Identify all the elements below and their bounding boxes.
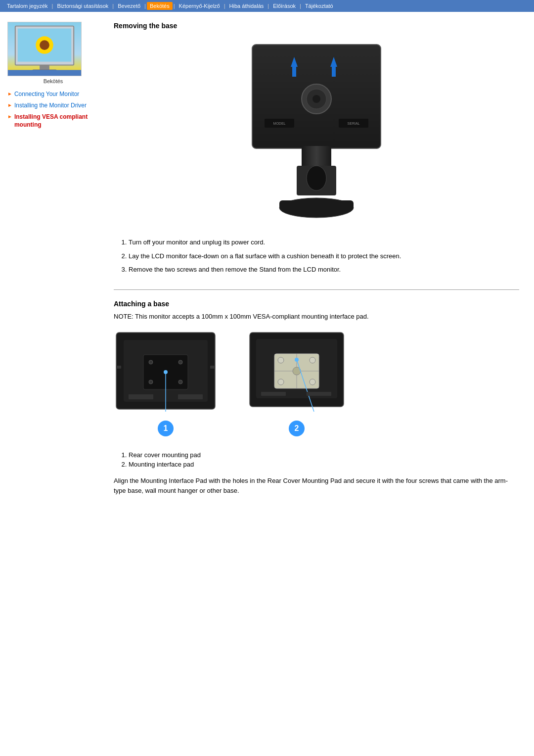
top-navigation: Tartalom jegyzék | Biztonsági utasítások… [0,0,534,12]
svg-text:MODEL: MODEL [273,122,286,125]
instruction-1: Turn off your monitor and unplug its pow… [129,237,519,247]
svg-point-47 [295,358,299,362]
main-layout: Bekötés ► Connecting Your Monitor ► Inst… [0,12,534,511]
instructions-list-1: Turn off your monitor and unplug its pow… [129,237,519,275]
nav-item-bevezeto[interactable]: Bevezető [115,2,143,10]
svg-rect-49 [307,392,331,396]
svg-point-27 [178,360,182,364]
vesa-image-2 [247,330,346,417]
nav-sep-3: | [143,3,147,9]
nav-sep-2: | [111,3,115,9]
nav-item-eloirasok[interactable]: Előírások [270,2,299,10]
svg-point-44 [310,379,315,385]
nav-sep-7: | [299,3,302,9]
svg-point-41 [278,357,284,363]
monitor-back-container: MODEL SERIAL [114,40,519,223]
svg-point-28 [149,380,153,384]
note-text: NOTE: This monitor accepts a 100mm x 100… [114,313,519,320]
sidebar-link-connecting[interactable]: Connecting Your Monitor [14,90,79,98]
section2-title: Attaching a base [114,300,519,308]
svg-rect-34 [116,366,121,369]
sidebar-link-item-2: ► Installing the Monitor Driver [7,101,99,110]
vesa-images-container: 1 [114,330,519,436]
nav-item-kepernyo[interactable]: Képernyő-Kijelző [176,2,223,10]
svg-point-4 [40,40,49,50]
sidebar-image-svg [8,22,81,76]
instruction-3: Remove the two screws and then remove th… [129,265,519,275]
nav-item-tartalom[interactable]: Tartalom jegyzék [4,2,51,10]
svg-point-31 [164,370,168,374]
vesa-item-2: Mounting interface pad [129,461,519,468]
vesa-item-1: Rear cover mounting pad [129,451,519,459]
vesa-items-list: Rear cover mounting pad Mounting interfa… [129,451,519,468]
vesa-image-1 [114,330,218,417]
svg-rect-35 [210,366,215,369]
badge-2: 2 [289,421,305,436]
svg-rect-7 [8,70,81,76]
sidebar-link-item-3: ► Installing VESA compliant mounting [7,113,99,130]
sidebar-link-item-1: ► Connecting Your Monitor [7,90,99,98]
svg-rect-32 [129,394,153,399]
svg-rect-20 [279,200,354,210]
sidebar: Bekötés ► Connecting Your Monitor ► Inst… [0,17,104,506]
vesa-image-1-wrapper: 1 [114,330,218,436]
nav-sep-1: | [51,3,54,9]
arrow-icon-3: ► [7,114,12,119]
sidebar-monitor-image [7,22,82,76]
arrow-icon-1: ► [7,91,12,96]
instruction-2: Lay the LCD monitor face-down on a flat … [129,251,519,261]
nav-sep-5: | [223,3,226,9]
svg-rect-33 [178,394,203,399]
svg-point-15 [312,95,320,103]
svg-point-26 [149,360,153,364]
monitor-back-image: MODEL SERIAL [237,40,396,223]
vesa-image-2-wrapper: 2 [247,330,346,436]
sidebar-link-installing-driver[interactable]: Installing the Monitor Driver [14,101,87,110]
svg-rect-5 [40,65,49,70]
svg-rect-48 [261,392,286,396]
nav-item-biztonsagi[interactable]: Biztonsági utasítások [54,2,111,10]
svg-point-29 [178,380,182,384]
badge-1: 1 [158,421,174,436]
nav-item-bekotes[interactable]: Bekötés [147,2,173,10]
sidebar-links: ► Connecting Your Monitor ► Installing t… [7,90,99,129]
main-content: Removing the base [104,17,534,506]
nav-sep-4: | [173,3,176,9]
section1-title: Removing the base [114,22,519,30]
svg-point-18 [307,166,326,190]
section-divider [114,289,519,290]
nav-sep-6: | [267,3,270,9]
nav-item-hiba[interactable]: Hiba áthidalás [226,2,267,10]
svg-text:SERIAL: SERIAL [348,122,360,125]
sidebar-link-vesa[interactable]: Installing VESA compliant mounting [14,113,99,130]
arrow-icon-2: ► [7,102,12,108]
nav-item-tajekozato[interactable]: Tájékoztató [302,2,336,10]
svg-point-42 [310,357,315,363]
sidebar-caption: Bekötés [7,78,99,84]
bottom-text: Align the Mounting Interface Pad with th… [114,476,519,497]
svg-point-43 [278,379,284,385]
